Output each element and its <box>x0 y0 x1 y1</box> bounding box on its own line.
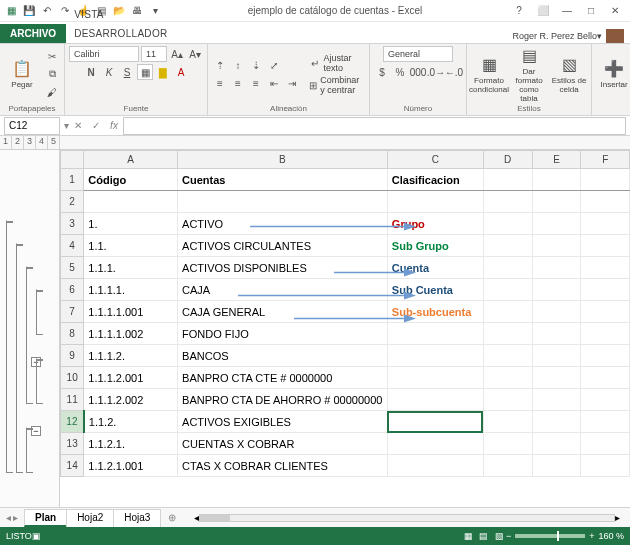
cell-C9[interactable] <box>387 345 483 367</box>
row-header-1[interactable]: 1 <box>61 169 84 191</box>
cell-A12[interactable]: 1.1.2. <box>84 411 178 433</box>
conditional-format-button[interactable]: ▦ Formato condicional <box>471 48 507 100</box>
fill-color-button[interactable]: ▇ <box>155 64 171 80</box>
format-painter-icon[interactable]: 🖌 <box>44 84 60 100</box>
cell-E9[interactable] <box>532 345 581 367</box>
font-size-select[interactable]: 11 <box>141 46 167 62</box>
cell-F3[interactable] <box>581 213 630 235</box>
cell-D5[interactable] <box>483 257 532 279</box>
outline-level-5[interactable]: 5 <box>48 136 60 149</box>
outline-level-4[interactable]: 4 <box>36 136 48 149</box>
cell-D9[interactable] <box>483 345 532 367</box>
zoom-slider[interactable] <box>515 534 585 538</box>
align-top-icon[interactable]: ⇡ <box>212 57 228 73</box>
cell-E11[interactable] <box>532 389 581 411</box>
cell-F11[interactable] <box>581 389 630 411</box>
cell-C4[interactable]: Sub Grupo <box>387 235 483 257</box>
tab-vista[interactable]: VISTA <box>66 5 182 24</box>
scroll-right-icon[interactable]: ▸ <box>615 512 620 523</box>
cell-D11[interactable] <box>483 389 532 411</box>
row-header-12[interactable]: 12 <box>61 411 84 433</box>
dec-decimal-icon[interactable]: ←.0 <box>446 64 462 80</box>
row-header-5[interactable]: 5 <box>61 257 84 279</box>
cell-D8[interactable] <box>483 323 532 345</box>
cell-C5[interactable]: Cuenta <box>387 257 483 279</box>
format-as-table-button[interactable]: ▤ Dar formato como tabla <box>511 48 547 100</box>
orientation-icon[interactable]: ⤢ <box>266 57 282 73</box>
cell-F4[interactable] <box>581 235 630 257</box>
col-header-C[interactable]: C <box>387 151 483 169</box>
macro-record-icon[interactable]: ▣ <box>32 531 41 541</box>
zoom-in-icon[interactable]: + <box>589 531 594 541</box>
fx-cancel-icon[interactable]: ✕ <box>69 120 87 131</box>
outline-level-1[interactable]: 1 <box>0 136 12 149</box>
cut-icon[interactable]: ✂ <box>44 48 60 64</box>
row-header-10[interactable]: 10 <box>61 367 84 389</box>
select-all-corner[interactable] <box>61 151 84 169</box>
cell-D13[interactable] <box>483 433 532 455</box>
number-format-select[interactable]: General <box>383 46 453 62</box>
bold-button[interactable]: N <box>83 64 99 80</box>
col-header-D[interactable]: D <box>483 151 532 169</box>
currency-icon[interactable]: $ <box>374 64 390 80</box>
cell-C2[interactable] <box>387 191 483 213</box>
cell-D4[interactable] <box>483 235 532 257</box>
font-name-select[interactable]: Calibri <box>69 46 139 62</box>
cell-F2[interactable] <box>581 191 630 213</box>
cell-C3[interactable]: Grupo <box>387 213 483 235</box>
cell-F12[interactable] <box>581 411 630 433</box>
grid[interactable]: ABCDEF1CódigoCuentasClasificacion231.ACT… <box>60 150 630 507</box>
merge-center-button[interactable]: ⊞ Combinar y centrar <box>308 75 365 95</box>
minimize-icon[interactable]: — <box>556 5 578 16</box>
cell-F13[interactable] <box>581 433 630 455</box>
cell-F8[interactable] <box>581 323 630 345</box>
insert-cells-button[interactable]: ➕ Insertar <box>596 48 630 100</box>
cell-B14[interactable]: CTAS X COBRAR CLIENTES <box>178 455 388 477</box>
zoom-out-icon[interactable]: − <box>506 531 511 541</box>
row-header-8[interactable]: 8 <box>61 323 84 345</box>
cell-E3[interactable] <box>532 213 581 235</box>
cell-E8[interactable] <box>532 323 581 345</box>
cell-B10[interactable]: BANPRO CTA CTE # 0000000 <box>178 367 388 389</box>
fx-icon[interactable]: fx <box>105 120 123 131</box>
cell-F14[interactable] <box>581 455 630 477</box>
percent-icon[interactable]: % <box>392 64 408 80</box>
align-middle-icon[interactable]: ↕ <box>230 57 246 73</box>
cell-F10[interactable] <box>581 367 630 389</box>
cell-E13[interactable] <box>532 433 581 455</box>
tab-file[interactable]: ARCHIVO <box>0 24 66 43</box>
maximize-icon[interactable]: □ <box>580 5 602 16</box>
account-name[interactable]: Roger R. Perez Bello ▾ <box>506 29 630 43</box>
cell-B2[interactable] <box>178 191 388 213</box>
page-break-icon[interactable]: ▧ <box>495 531 504 541</box>
cell-C12[interactable] <box>387 411 483 433</box>
cell-D1[interactable] <box>483 169 532 191</box>
cell-A8[interactable]: 1.1.1.1.002 <box>84 323 178 345</box>
zoom-value[interactable]: 160 % <box>598 531 624 541</box>
sheet-tab-plan[interactable]: Plan <box>24 509 67 527</box>
cell-B13[interactable]: CUENTAS X COBRAR <box>178 433 388 455</box>
save-icon[interactable]: 💾 <box>22 4 36 18</box>
cell-F5[interactable] <box>581 257 630 279</box>
cell-B12[interactable]: ACTIVOS EXIGIBLES <box>178 411 388 433</box>
cell-C6[interactable]: Sub Cuenta <box>387 279 483 301</box>
cell-A7[interactable]: 1.1.1.1.001 <box>84 301 178 323</box>
normal-view-icon[interactable]: ▦ <box>464 531 473 541</box>
align-bottom-icon[interactable]: ⇣ <box>248 57 264 73</box>
cell-B7[interactable]: CAJA GENERAL <box>178 301 388 323</box>
cell-D10[interactable] <box>483 367 532 389</box>
cell-A13[interactable]: 1.1.2.1. <box>84 433 178 455</box>
cell-E6[interactable] <box>532 279 581 301</box>
font-color-button[interactable]: A <box>173 64 189 80</box>
row-header-4[interactable]: 4 <box>61 235 84 257</box>
account-menu-icon[interactable]: ▾ <box>597 31 602 41</box>
formula-input[interactable] <box>123 117 626 135</box>
cell-A1[interactable]: Código <box>84 169 178 191</box>
cell-E10[interactable] <box>532 367 581 389</box>
tab-desarrollador[interactable]: DESARROLLADOR <box>66 24 182 43</box>
new-sheet-button[interactable]: ⊕ <box>160 512 184 523</box>
avatar[interactable] <box>606 29 624 43</box>
cell-E12[interactable] <box>532 411 581 433</box>
wrap-text-button[interactable]: ↵ Ajustar texto <box>308 53 365 73</box>
cell-A5[interactable]: 1.1.1. <box>84 257 178 279</box>
